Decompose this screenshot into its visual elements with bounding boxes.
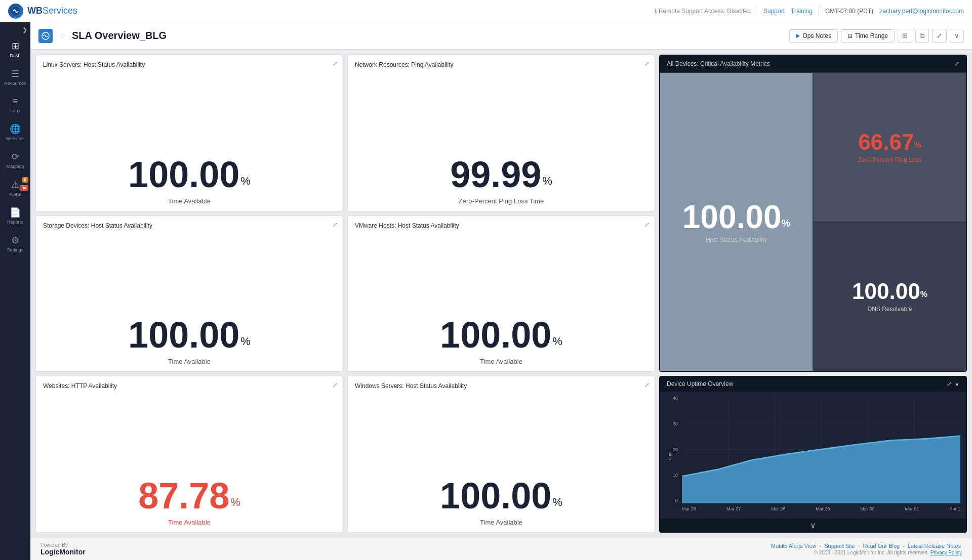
- metrics-title: All Devices: Critical Availability Metri…: [667, 60, 770, 67]
- ping-label: Zero-Percent Ping Loss: [858, 156, 921, 163]
- widget-storage: Storage Devices: Host Status Availabilit…: [35, 216, 343, 372]
- widget-critical-metrics: All Devices: Critical Availability Metri…: [659, 55, 967, 372]
- main-layout: ❯ ⊞ Dash ☰ Resources ≡ Logs 🌐 Websites ⟳…: [0, 22, 972, 560]
- y-label-40: 40: [673, 396, 678, 401]
- linux-label: Time Available: [168, 197, 211, 205]
- training-link[interactable]: Training: [791, 8, 813, 15]
- alert-badge-30: 30: [20, 185, 28, 191]
- metrics-expand-icon[interactable]: ⤢: [954, 60, 959, 67]
- logo-area: WBServices: [8, 4, 77, 19]
- uptime-title: Device Uptime Overview: [667, 380, 733, 387]
- sidebar: ❯ ⊞ Dash ☰ Resources ≡ Logs 🌐 Websites ⟳…: [0, 22, 30, 560]
- storage-title: Storage Devices: Host Status Availabilit…: [43, 222, 336, 229]
- grid-button[interactable]: ⊞: [898, 29, 912, 42]
- calendar-icon: ⊟: [847, 32, 853, 39]
- company-name: LogicMonitor: [40, 548, 86, 556]
- metric-dns: 100.00% DNS Resolvable: [813, 222, 966, 372]
- sidebar-item-mapping[interactable]: ⟳ Mapping: [0, 146, 30, 174]
- dns-label: DNS Resolvable: [867, 306, 912, 313]
- host-label: Host Status Availability: [706, 236, 767, 243]
- network-label: Zero-Percent Ping Loss Time: [459, 197, 544, 205]
- x-label-mar27: Mar 27: [726, 506, 741, 511]
- sidebar-item-label-settings: Settings: [7, 247, 24, 252]
- copyright: © 2008 - 2021 LogicMonitor Inc. All righ…: [770, 550, 962, 555]
- footer-logo: Powered By LogicMonitor: [40, 542, 86, 556]
- sidebar-collapse-arrow[interactable]: ❯: [22, 26, 27, 33]
- topbar-right: ℹ Remote Support Access: Disabled Suppor…: [655, 6, 964, 16]
- days-label: days: [667, 450, 672, 460]
- vmware-expand-icon[interactable]: ⤢: [644, 221, 650, 228]
- uptime-chevron-icon[interactable]: ∨: [955, 380, 959, 387]
- vmware-label: Time Available: [480, 358, 522, 365]
- support-link[interactable]: Support: [763, 8, 785, 15]
- sidebar-item-alerts[interactable]: ⚠ Alerts 8 30: [0, 174, 30, 202]
- copy-button[interactable]: ⧉: [915, 29, 929, 43]
- time-range-button[interactable]: ⊟ Time Range: [841, 29, 895, 42]
- dashboard-grid: Linux Servers: Host Status Availability …: [30, 50, 972, 538]
- y-label-0: 0: [675, 498, 678, 503]
- websites-title: Websites: HTTP Availability: [43, 382, 336, 390]
- sidebar-item-label-resources: Resources: [4, 81, 26, 86]
- remote-support-label: ℹ Remote Support Access: Disabled: [655, 8, 751, 15]
- mapping-icon: ⟳: [12, 151, 19, 162]
- widget-websites: Websites: HTTP Availability ⤢ 87.78% Tim…: [35, 376, 343, 533]
- x-label-mar30: Mar 30: [860, 506, 874, 511]
- host-value: 100.00%: [682, 201, 791, 233]
- network-value: 99.99%: [450, 70, 552, 195]
- expand-button[interactable]: ⤢: [932, 29, 947, 42]
- support-site-link[interactable]: Support Site: [824, 543, 855, 549]
- vmware-value: 100.00%: [440, 231, 562, 356]
- dashboard-icon: [38, 29, 53, 43]
- ops-notes-button[interactable]: ▶ Ops Notes: [789, 29, 838, 42]
- user-label: zachary.perl@logicmonitor.com: [879, 8, 964, 15]
- alert-badge-8: 8: [22, 177, 28, 183]
- sidebar-item-label-dash: Dash: [10, 53, 20, 58]
- widget-linux: Linux Servers: Host Status Availability …: [35, 55, 343, 211]
- network-expand-icon[interactable]: ⤢: [644, 60, 650, 67]
- websites-label: Time Available: [168, 519, 211, 526]
- x-label-mar26: Mar 26: [682, 506, 696, 511]
- y-label-10: 10: [673, 472, 678, 478]
- timezone-label: GMT-07:00 (PDT): [825, 8, 873, 15]
- network-title: Network Resources: Ping Availability: [355, 61, 647, 68]
- websites-expand-icon[interactable]: ⤢: [333, 381, 338, 389]
- uptime-svg: [682, 396, 960, 503]
- sidebar-item-logs[interactable]: ≡ Logs: [0, 91, 30, 118]
- header-actions: ▶ Ops Notes ⊟ Time Range ⊞ ⧉ ⤢ ∨: [789, 29, 964, 43]
- sidebar-item-websites[interactable]: 🌐 Websites: [0, 118, 30, 146]
- dashboard-header: ☆ SLA Overview_BLG ▶ Ops Notes ⊟ Time Ra…: [30, 22, 972, 50]
- linux-expand-icon[interactable]: ⤢: [333, 60, 338, 67]
- windows-label: Time Available: [480, 519, 522, 526]
- sidebar-item-reports[interactable]: 📄 Reports: [0, 202, 30, 230]
- metric-host: 100.00% Host Status Availability: [660, 72, 813, 371]
- ops-play-icon: ▶: [796, 32, 800, 39]
- ping-value: 66.67%: [858, 131, 921, 153]
- sidebar-item-label-websites: Websites: [6, 136, 25, 141]
- logs-icon: ≡: [13, 96, 18, 107]
- footer-right: Mobile Alerts View - Support Site - Read…: [770, 543, 962, 555]
- release-notes-link[interactable]: Latest Release Notes: [908, 543, 961, 549]
- alerts-icon: ⚠: [11, 179, 19, 190]
- windows-expand-icon[interactable]: ⤢: [644, 381, 650, 389]
- dns-value: 100.00%: [852, 280, 927, 303]
- dropdown-button[interactable]: ∨: [950, 29, 964, 42]
- storage-label: Time Available: [168, 358, 211, 365]
- blog-link[interactable]: Read Our Blog: [863, 543, 900, 549]
- storage-expand-icon[interactable]: ⤢: [333, 221, 338, 228]
- x-label-apr1: Apr 1: [949, 506, 960, 511]
- favorite-star[interactable]: ☆: [59, 31, 66, 40]
- mobile-alerts-link[interactable]: Mobile Alerts View: [771, 543, 817, 549]
- sidebar-item-resources[interactable]: ☰ Resources: [0, 63, 30, 91]
- linux-center: 100.00% Time Available: [43, 70, 336, 205]
- sidebar-item-dash[interactable]: ⊞ Dash: [0, 35, 30, 63]
- privacy-link[interactable]: Privacy Policy: [930, 550, 962, 555]
- x-label-mar28: Mar 28: [771, 506, 785, 511]
- uptime-expand-icon[interactable]: ⤢: [947, 380, 952, 387]
- sidebar-item-settings[interactable]: ⚙ Settings: [0, 230, 30, 257]
- footer-links: Mobile Alerts View - Support Site - Read…: [770, 543, 962, 549]
- uptime-bottom-chevron[interactable]: ∨: [660, 519, 966, 532]
- y-label-30: 30: [673, 421, 678, 426]
- vmware-center: 100.00% Time Available: [355, 231, 647, 366]
- reports-icon: 📄: [10, 207, 21, 218]
- linux-title: Linux Servers: Host Status Availability: [43, 61, 336, 68]
